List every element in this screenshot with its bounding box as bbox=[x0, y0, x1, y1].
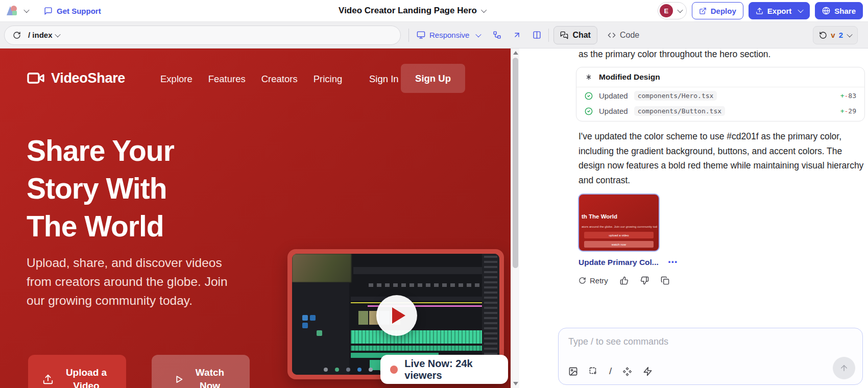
upload-icon bbox=[756, 7, 763, 15]
editor-topbar bbox=[353, 267, 497, 274]
tab-chat[interactable]: Chat bbox=[553, 26, 597, 44]
hero-heading-line: The World bbox=[27, 207, 174, 245]
version-label[interactable]: Update Primary Col... bbox=[578, 258, 659, 267]
split-view-icon[interactable] bbox=[533, 31, 541, 39]
slash-command-icon[interactable]: / bbox=[609, 366, 612, 377]
account-menu[interactable]: E bbox=[658, 2, 687, 19]
tab-code[interactable]: Code bbox=[601, 26, 645, 44]
site-navbar: VideoShare Explore Features Creators Pri… bbox=[27, 64, 480, 94]
chevron-down-icon bbox=[55, 31, 60, 37]
attach-image-icon[interactable] bbox=[568, 367, 578, 376]
zap-icon[interactable] bbox=[643, 367, 653, 376]
deploy-button[interactable]: Deploy bbox=[692, 2, 743, 19]
tab-chat-label: Chat bbox=[572, 31, 591, 40]
check-circle-icon bbox=[585, 107, 593, 115]
chevron-down-icon bbox=[23, 7, 29, 13]
app-logo-icon bbox=[5, 4, 18, 17]
scrollbar-up-arrow[interactable] bbox=[513, 51, 518, 55]
scrollbar-down-arrow[interactable] bbox=[513, 382, 518, 385]
thumbs-down-icon[interactable] bbox=[640, 276, 649, 285]
globe-icon bbox=[822, 7, 830, 15]
project-title-menu[interactable]: Video Creator Landing Page Hero bbox=[339, 6, 486, 16]
editor-icon bbox=[310, 315, 316, 321]
chevron-down-icon bbox=[798, 7, 804, 13]
diff-stat: +-29 bbox=[840, 107, 856, 115]
toolbar-icon-group bbox=[493, 31, 541, 39]
app-logo-menu[interactable] bbox=[5, 4, 29, 17]
file-chip[interactable]: components/Hero.tsx bbox=[634, 91, 717, 101]
chat-input[interactable] bbox=[568, 334, 853, 349]
thumbs-up-icon[interactable] bbox=[620, 276, 629, 285]
live-badge-label: Live Now: 24k viewers bbox=[404, 358, 508, 381]
chevron-down-icon bbox=[677, 7, 683, 13]
timeline-clip bbox=[358, 311, 368, 325]
route-selector[interactable]: / index bbox=[28, 31, 60, 39]
retry-button[interactable]: Retry bbox=[578, 276, 608, 285]
hero-heading-line: Story With bbox=[27, 169, 174, 207]
url-bar[interactable]: / index bbox=[4, 26, 401, 45]
file-chip[interactable]: components/Button.tsx bbox=[634, 106, 725, 116]
preview-scrollbar[interactable] bbox=[511, 48, 519, 388]
version-label-row: Update Primary Col... ⋯ bbox=[578, 258, 678, 267]
thumbnail-watch-button: watch now bbox=[584, 241, 654, 248]
chevron-down-icon bbox=[481, 7, 487, 13]
diff-stat: +-83 bbox=[840, 92, 856, 100]
update-action-label: Updated bbox=[599, 107, 628, 115]
top-header: Get Support Video Creator Landing Page H… bbox=[0, 0, 868, 22]
get-support-button[interactable]: Get Support bbox=[44, 7, 101, 15]
watch-now-button[interactable]: Watch Now bbox=[152, 355, 250, 388]
refresh-icon[interactable] bbox=[13, 31, 21, 39]
open-in-new-tab-icon[interactable] bbox=[513, 31, 521, 39]
watch-now-label: Watch Now bbox=[191, 366, 228, 388]
get-support-label: Get Support bbox=[57, 7, 101, 15]
chevron-down-icon bbox=[847, 31, 852, 37]
send-button[interactable] bbox=[833, 357, 855, 379]
history-icon bbox=[819, 31, 827, 39]
editor-left-panel bbox=[292, 282, 349, 375]
more-options-icon[interactable]: ⋯ bbox=[668, 260, 678, 265]
scrollbar-thumb[interactable] bbox=[513, 58, 518, 268]
shapes-diamond-icon[interactable] bbox=[622, 367, 632, 376]
sign-in-link[interactable]: Sign In bbox=[369, 74, 399, 85]
app-window: Get Support Video Creator Landing Page H… bbox=[0, 0, 868, 388]
play-button[interactable] bbox=[376, 295, 417, 336]
editor-menu-strip bbox=[369, 283, 487, 287]
copy-icon[interactable] bbox=[661, 276, 669, 285]
preview-toolbar: / index Responsive bbox=[0, 22, 868, 48]
deploy-label: Deploy bbox=[711, 7, 736, 15]
site-brand-name: VideoShare bbox=[51, 70, 125, 86]
nav-link-pricing[interactable]: Pricing bbox=[314, 74, 343, 85]
workflow-icon[interactable] bbox=[493, 31, 501, 39]
device-mode-label: Responsive bbox=[429, 31, 469, 39]
version-thumbnail[interactable]: th The World ators around the globe. Joi… bbox=[578, 193, 660, 252]
share-button[interactable]: Share bbox=[815, 2, 863, 19]
editor-preview-thumb bbox=[292, 254, 351, 282]
device-mode-selector[interactable]: Responsive bbox=[417, 31, 480, 39]
update-action-label: Updated bbox=[599, 91, 628, 100]
export-button[interactable]: Export bbox=[749, 2, 810, 19]
live-viewers-badge: Live Now: 24k viewers bbox=[380, 355, 508, 384]
upload-video-button[interactable]: Upload a Video bbox=[28, 355, 126, 388]
page-title: Video Creator Landing Page Hero bbox=[339, 6, 477, 16]
hero-heading-line: Share Your bbox=[27, 132, 174, 169]
assistant-message-fragment: as the primary color throughout the hero… bbox=[578, 49, 867, 60]
share-label: Share bbox=[834, 7, 856, 15]
nav-link-explore[interactable]: Explore bbox=[160, 74, 192, 85]
modified-design-header: Modified Design bbox=[576, 67, 864, 87]
site-brand[interactable]: VideoShare bbox=[27, 69, 125, 87]
play-outline-icon bbox=[173, 374, 184, 385]
select-element-icon[interactable] bbox=[589, 367, 598, 376]
editor-icon bbox=[302, 315, 308, 321]
nav-link-features[interactable]: Features bbox=[208, 74, 246, 85]
retry-icon bbox=[578, 277, 586, 284]
export-label: Export bbox=[767, 7, 792, 15]
route-path: / index bbox=[28, 31, 53, 39]
avatar: E bbox=[660, 4, 673, 17]
arrow-up-icon bbox=[839, 363, 849, 373]
modified-design-title: Modified Design bbox=[599, 72, 660, 82]
version-selector[interactable]: v2 bbox=[813, 26, 858, 44]
sign-up-button[interactable]: Sign Up bbox=[401, 64, 465, 93]
nav-link-creators[interactable]: Creators bbox=[261, 74, 298, 85]
editor-icon bbox=[302, 323, 308, 328]
site-preview: VideoShare Explore Features Creators Pri… bbox=[0, 48, 511, 388]
